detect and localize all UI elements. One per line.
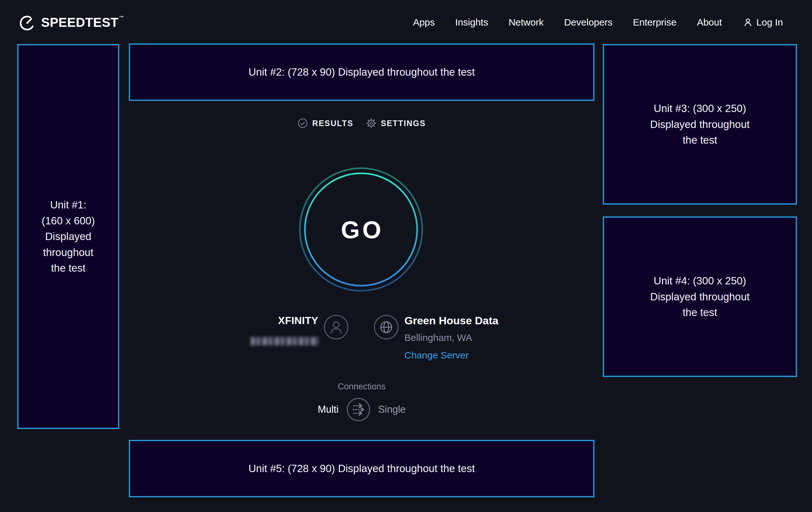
header: SPEEDTEST™ Apps Insights Network Develop… <box>0 0 812 45</box>
check-circle-icon <box>297 118 308 128</box>
isp-name[interactable]: XFINITY <box>223 315 318 327</box>
gauge-icon <box>18 15 36 30</box>
nav-item-network[interactable]: Network <box>509 17 544 28</box>
server-location: Bellingham, WA <box>404 332 498 344</box>
gear-icon <box>366 118 376 128</box>
brand-name: SPEEDTEST™ <box>41 15 124 30</box>
connections-toggle-icon[interactable] <box>346 397 371 422</box>
tab-settings[interactable]: SETTINGS <box>366 118 426 128</box>
speedtest-logo[interactable]: SPEEDTEST™ <box>18 15 124 30</box>
connections-label: Connections <box>129 382 594 392</box>
main-nav: Apps Insights Network Developers Enterpr… <box>413 17 783 28</box>
server-globe-icon <box>374 315 399 341</box>
go-label: GO <box>297 166 425 293</box>
server-info: Green House Data Bellingham, WA Change S… <box>404 314 498 361</box>
login-label: Log In <box>756 17 783 28</box>
connections-toggle-row: Multi Single <box>129 397 594 422</box>
nav-item-apps[interactable]: Apps <box>413 17 435 28</box>
tab-results-label: RESULTS <box>312 119 353 128</box>
ad-unit-5[interactable]: Unit #5: (728 x 90) Displayed throughout… <box>129 440 594 497</box>
nav-item-insights[interactable]: Insights <box>455 17 488 28</box>
ad-unit-4[interactable]: Unit #4: (300 x 250) Displayed throughou… <box>603 216 797 377</box>
tab-settings-label: SETTINGS <box>381 119 426 128</box>
ad-unit-1[interactable]: Unit #1: (160 x 600) Displayed throughou… <box>17 44 119 429</box>
server-name: Green House Data <box>404 314 498 327</box>
change-server-link[interactable]: Change Server <box>404 350 498 361</box>
ad-unit-3[interactable]: Unit #3: (300 x 250) Displayed throughou… <box>603 44 797 205</box>
login-button[interactable]: Log In <box>743 17 783 28</box>
tab-results[interactable]: RESULTS <box>297 118 353 128</box>
connections-multi-label[interactable]: Multi <box>318 404 338 415</box>
ad-unit-2[interactable]: Unit #2: (728 x 90) Displayed throughout… <box>129 44 594 101</box>
nav-item-about[interactable]: About <box>697 17 722 28</box>
ip-address-redacted <box>251 337 318 345</box>
connections-single-label[interactable]: Single <box>378 404 406 415</box>
trademark-mark: ™ <box>119 15 124 20</box>
user-icon <box>743 17 753 28</box>
speedtest-page: SPEEDTEST™ Apps Insights Network Develop… <box>0 0 812 512</box>
nav-item-developers[interactable]: Developers <box>564 17 613 28</box>
go-button[interactable]: GO <box>297 166 425 293</box>
nav-item-enterprise[interactable]: Enterprise <box>633 17 676 28</box>
tabs-bar: RESULTS <box>129 115 594 132</box>
isp-user-icon <box>323 315 349 341</box>
